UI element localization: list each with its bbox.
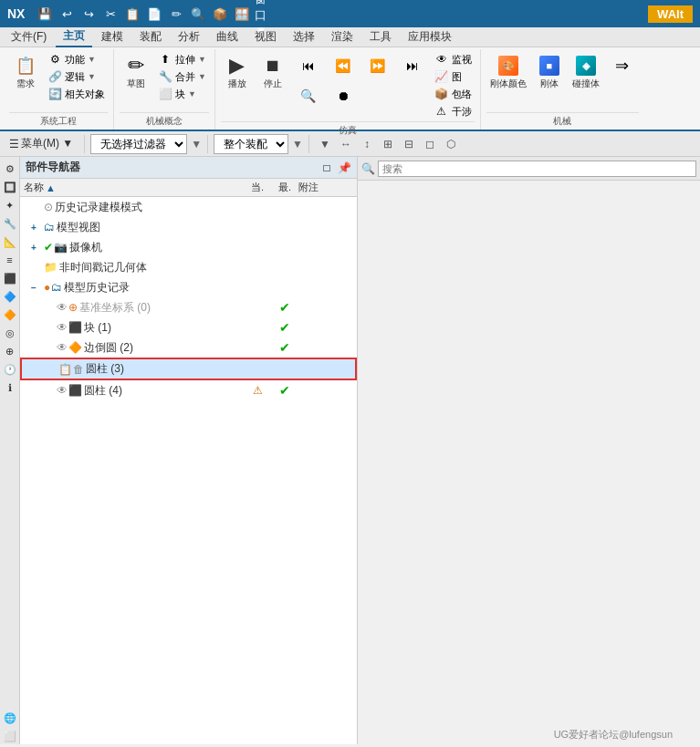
tree-item-non-timestamp[interactable]: 📁 非时间戳记几何体	[20, 257, 357, 277]
sidebar-icon-7[interactable]: 🔷	[2, 288, 18, 305]
ribbon-btn-interference[interactable]: ⚠ 干涉	[432, 103, 475, 119]
envelope-label: 包络	[452, 88, 472, 101]
new-icon[interactable]: 📄	[145, 5, 163, 23]
tree-item-model-view[interactable]: + 🗂 模型视图	[20, 217, 357, 237]
menu-render[interactable]: 渲染	[324, 27, 360, 47]
ribbon-btn-record[interactable]: ⏺	[327, 81, 360, 110]
menu-modeling[interactable]: 建模	[94, 27, 131, 47]
menu-dropdown-btn[interactable]: ☰ 菜单(M) ▼	[4, 134, 78, 153]
ribbon-btn-logic[interactable]: 🔗 逻辑 ▼	[45, 68, 108, 85]
tb-icon-2[interactable]: ↔	[336, 134, 356, 154]
search-icon[interactable]: 🔍	[189, 5, 207, 23]
tree-item-edge-round[interactable]: 👁 🔶 边倒圆 (2) ✔	[20, 337, 357, 358]
ribbon-btn-next[interactable]: ⏩	[361, 51, 394, 80]
tb-icon-3[interactable]: ↕	[357, 134, 377, 154]
save-icon[interactable]: 💾	[36, 5, 54, 23]
ribbon-btn-envelope[interactable]: 📦 包络	[432, 86, 475, 102]
chart-label: 图	[452, 70, 462, 84]
sidebar-icon-5[interactable]: ≡	[2, 252, 18, 268]
tb-icon-box[interactable]: ◻	[420, 134, 440, 154]
search-input[interactable]	[378, 161, 696, 177]
menu-view[interactable]: 视图	[247, 27, 284, 47]
tb-icon-1[interactable]: ▼	[315, 134, 335, 154]
nav-maximize-icon[interactable]: □	[319, 161, 334, 175]
ribbon-btn-zoom[interactable]: 🔍	[292, 81, 325, 110]
sidebar-icon-2[interactable]: ✦	[2, 197, 18, 213]
sidebar-icon-1[interactable]: 🔲	[2, 179, 18, 195]
edge-round-eye-icon: 👁	[57, 341, 68, 354]
ribbon-btn-extrude[interactable]: ⬆ 拉伸 ▼	[155, 51, 209, 67]
tb-icon-hex[interactable]: ⬡	[441, 134, 461, 154]
ribbon-btn-requirements[interactable]: 📋 需求	[9, 51, 42, 91]
sidebar-icon-3[interactable]: 🔧	[2, 215, 18, 232]
menu-select[interactable]: 选择	[286, 27, 322, 47]
paste-icon[interactable]: 📋	[123, 5, 141, 23]
tree-label-camera: 摄像机	[69, 240, 244, 255]
menu-curve[interactable]: 曲线	[209, 27, 246, 47]
window-menu-icon[interactable]: 窗口▼	[255, 5, 273, 23]
tree-item-block1[interactable]: 👁 ⬛ 块 (1) ✔	[20, 317, 357, 337]
sidebar-icon-8[interactable]: 🔶	[2, 306, 18, 323]
ribbon-btn-related[interactable]: 🔄 相关对象	[45, 86, 108, 102]
expand-icon-2[interactable]: +	[31, 243, 44, 253]
sidebar-icon-4[interactable]: 📐	[2, 233, 18, 250]
cut-icon[interactable]: ✂	[101, 5, 120, 23]
ribbon-btn-play[interactable]: ▶ 播放	[221, 51, 254, 91]
sidebar-icon-6[interactable]: ⬛	[2, 270, 18, 286]
expand-icon-4[interactable]: −	[31, 283, 44, 293]
tree-item-model-history[interactable]: − ● 🗂 模型历史记录	[20, 277, 357, 297]
ribbon-btn-merge[interactable]: 🔧 合并 ▼	[155, 68, 209, 85]
sidebar-icon-13[interactable]: 🌐	[2, 710, 18, 726]
ribbon-btn-collision[interactable]: ◈ 碰撞体	[569, 51, 603, 91]
tree-item-coord-system[interactable]: 👁 ⊕ 基准坐标系 (0) ✔	[20, 297, 357, 317]
tb-icon-4[interactable]: ⊞	[378, 134, 398, 154]
ribbon-btn-function[interactable]: ⚙ 功能 ▼	[45, 51, 108, 67]
filter-dropdown[interactable]: 无选择过滤器	[90, 134, 187, 154]
ribbon-btn-prev[interactable]: ⏪	[327, 51, 360, 80]
undo-icon[interactable]: ↩	[57, 5, 76, 23]
col-sort-icon[interactable]: ▲	[46, 182, 56, 193]
edit-icon[interactable]: ✏	[167, 5, 185, 23]
sidebar-icon-14[interactable]: ⬜	[2, 728, 18, 744]
ribbon-btn-stop[interactable]: ⏹ 停止	[256, 51, 289, 91]
item-icons-3: 📁	[44, 261, 57, 274]
ribbon-btn-forward[interactable]: ⏭	[396, 51, 429, 80]
menu-apps[interactable]: 应用模块	[401, 27, 459, 47]
menu-tools[interactable]: 工具	[362, 27, 399, 47]
ribbon-btn-rigid[interactable]: ■ 刚体	[533, 51, 566, 91]
col-current: 当.	[244, 181, 271, 194]
nav-pin-icon[interactable]: 📌	[337, 161, 351, 175]
history-mode-icon: ⊙	[44, 201, 53, 213]
tree-item-camera[interactable]: + ✔ 📷 摄像机	[20, 237, 357, 257]
ribbon-btn-rewind[interactable]: ⏮	[292, 51, 325, 80]
sidebar-icon-9[interactable]: ◎	[2, 325, 18, 341]
tree-label-model-history: 模型历史记录	[64, 280, 244, 296]
wait-button[interactable]: WAIt	[648, 5, 693, 23]
expand-icon-1[interactable]: +	[31, 223, 44, 233]
menu-assembly[interactable]: 装配	[132, 27, 169, 47]
sidebar-icon-12[interactable]: ℹ	[2, 379, 18, 396]
group-label-mechanical: 机械概念	[120, 112, 209, 128]
ribbon-btn-monitor[interactable]: 👁 监视	[432, 51, 475, 67]
menu-file[interactable]: 文件(F)	[4, 27, 54, 47]
menu-analysis[interactable]: 分析	[171, 27, 207, 47]
sidebar-icon-settings[interactable]: ⚙	[2, 161, 18, 177]
ribbon-btn-chart[interactable]: 📈 图	[432, 68, 475, 85]
tree-item-history-mode[interactable]: ⊙ 历史记录建模模式	[20, 197, 357, 217]
assembly-dropdown[interactable]: 整个装配	[214, 134, 288, 154]
sidebar-icon-11[interactable]: 🕐	[2, 361, 18, 378]
tb-icon-5[interactable]: ⊟	[399, 134, 419, 154]
ribbon-btn-more-right[interactable]: ⇒	[606, 51, 639, 80]
group-label-system: 系统工程	[9, 112, 108, 128]
package-icon[interactable]: 📦	[211, 5, 229, 23]
tree-item-cylinder4[interactable]: 👁 ⬛ 圆柱 (4) ⚠ ✔	[20, 380, 357, 400]
window-icon[interactable]: 🪟	[233, 5, 251, 23]
ribbon-btn-rigid-color[interactable]: 🎨 刚体颜色	[486, 51, 530, 91]
tree-item-cylinder3[interactable]: 📋 🗑 圆柱 (3)	[20, 358, 357, 380]
redo-icon[interactable]: ↪	[79, 5, 98, 23]
menu-home[interactable]: 主页	[56, 26, 92, 47]
sidebar-icon-10[interactable]: ⊕	[2, 343, 18, 359]
ribbon-btn-sketch[interactable]: ✏ 草图	[120, 51, 152, 91]
merge-label: 合并	[175, 70, 195, 84]
ribbon-btn-block[interactable]: ⬜ 块 ▼	[155, 86, 209, 102]
